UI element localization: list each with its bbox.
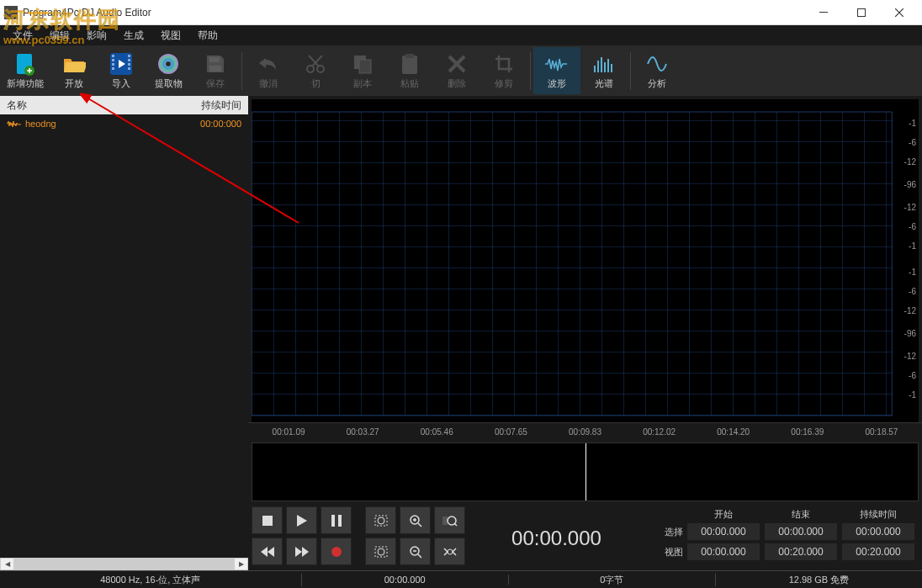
menu-file[interactable]: 文件 [4,27,41,45]
copy-icon [351,52,374,76]
new-label: 新增功能 [7,77,44,90]
copy-label: 副本 [353,77,372,90]
record-button[interactable] [321,538,352,565]
scroll-left-button[interactable]: ◀ [0,558,14,570]
import-button[interactable]: 导入 [98,47,145,94]
scroll-right-button[interactable]: ▶ [234,558,248,570]
list-item[interactable]: heodng 00:00:000 [0,114,248,133]
range-panel: 开始 结束 持续时间 选择 00:00.000 00:00.000 00:00.… [648,506,915,570]
horizontal-scrollbar[interactable]: ◀ ▶ [0,558,248,570]
minimize-button[interactable] [804,1,842,24]
view-start[interactable]: 00:00.000 [686,543,760,561]
trim-label: 修剪 [495,77,513,90]
playhead-marker[interactable] [586,443,586,501]
file-plus-icon [13,52,37,76]
svg-rect-31 [252,112,892,416]
svg-rect-39 [442,516,448,525]
waveform-label: 波形 [548,77,566,90]
extract-label: 提取物 [155,77,183,90]
svg-rect-3 [857,8,865,16]
svg-rect-17 [209,57,220,62]
menu-help[interactable]: 帮助 [189,27,226,45]
view-duration[interactable]: 00:20.000 [841,543,915,561]
select-end[interactable]: 00:00.000 [764,522,838,541]
header-duration: 持续时间 [841,508,915,521]
overview-waveform[interactable] [252,442,919,501]
extract-button[interactable]: 提取物 [145,47,192,94]
svg-rect-26 [597,61,599,72]
sidebar: 名称 持续时间 heodng 00:00:000 ◀ ▶ [0,96,248,570]
forward-button[interactable] [286,538,317,565]
stop-button[interactable] [252,506,283,534]
close-button[interactable] [880,1,918,24]
svg-rect-11 [128,55,130,57]
floppy-icon [204,52,227,76]
zoom-fit-v-button[interactable] [365,538,396,565]
zoom-selection-button[interactable] [434,506,465,534]
crop-icon [492,52,516,76]
status-size: 0字节 [509,574,716,586]
timeline-ruler[interactable]: 00:01.09 00:03.27 00:05.46 00:07.65 00:0… [248,422,922,441]
paste-button: 粘贴 [386,47,433,94]
zoom-in-button[interactable] [400,506,431,534]
svg-rect-34 [331,515,335,527]
film-play-icon [109,52,133,76]
column-name[interactable]: 名称 [7,98,201,113]
svg-rect-28 [604,62,606,72]
menu-generate[interactable]: 生成 [115,27,152,45]
window-title: Program4Pc DJ Audio Editor [23,7,804,19]
toolbar: 新增功能 开放 导入 提取物 保存 撤消 切 副本 粘贴 删除 修剪 [0,45,922,96]
analyze-button[interactable]: 分析 [633,47,681,94]
spectrum-view-button[interactable]: 光谱 [580,47,628,94]
svg-rect-2 [819,12,828,13]
zoom-fit-button[interactable] [365,506,396,534]
svg-rect-27 [601,57,602,72]
svg-rect-13 [128,63,130,66]
copy-button: 副本 [339,47,386,94]
svg-rect-10 [112,67,114,70]
menu-edit[interactable]: 编辑 [41,27,78,45]
play-button[interactable] [286,506,317,534]
pause-button[interactable] [321,506,352,534]
svg-rect-9 [112,63,114,66]
menu-effects[interactable]: 影响 [78,27,115,45]
column-duration[interactable]: 持续时间 [201,98,241,113]
svg-rect-14 [128,67,130,70]
svg-point-37 [378,517,384,524]
paste-label: 粘贴 [400,77,419,90]
rewind-button[interactable] [252,538,283,565]
view-end[interactable]: 00:20.000 [764,543,838,561]
toolbar-separator [630,52,631,90]
save-button: 保存 [192,47,239,94]
delete-icon [445,52,469,76]
status-format: 48000 Hz, 16-位, 立体声 [0,574,302,586]
waveform-view-button[interactable]: 波形 [533,47,580,94]
titlebar: Program4Pc DJ Audio Editor [0,0,922,25]
menubar: 文件 编辑 影响 生成 视图 帮助 [0,25,922,45]
header-start: 开始 [686,508,760,521]
maximize-button[interactable] [842,1,880,24]
select-start[interactable]: 00:00.000 [686,522,760,541]
select-duration[interactable]: 00:00.000 [841,522,915,541]
open-label: 开放 [65,77,83,90]
scroll-thumb[interactable] [14,558,234,570]
svg-point-16 [166,61,171,66]
cut-button: 切 [292,47,339,94]
select-label: 选择 [648,526,683,538]
open-button[interactable]: 开放 [50,47,98,94]
status-disk: 12.98 GB 免费 [716,574,922,586]
new-button[interactable]: 新增功能 [0,47,50,94]
waveform-display[interactable]: -1 -6 -12 -96 -12 -6 -1 -1 -6 -12 -96 -1… [252,99,919,422]
menu-view[interactable]: 视图 [152,27,189,45]
zoom-toggle-button[interactable] [434,538,465,565]
time-display: 00:00.000 [474,506,639,570]
audio-wave-icon [7,119,22,128]
editor-area: -1 -6 -12 -96 -12 -6 -1 -1 -6 -12 -96 -1… [248,96,922,570]
svg-rect-7 [112,55,114,57]
disc-icon [156,52,180,76]
zoom-out-button[interactable] [400,538,431,565]
spectrum-icon [592,52,616,76]
folder-open-icon [62,52,86,76]
svg-rect-35 [338,515,342,527]
statusbar: 48000 Hz, 16-位, 立体声 00:00.000 0字节 12.98 … [0,570,922,588]
